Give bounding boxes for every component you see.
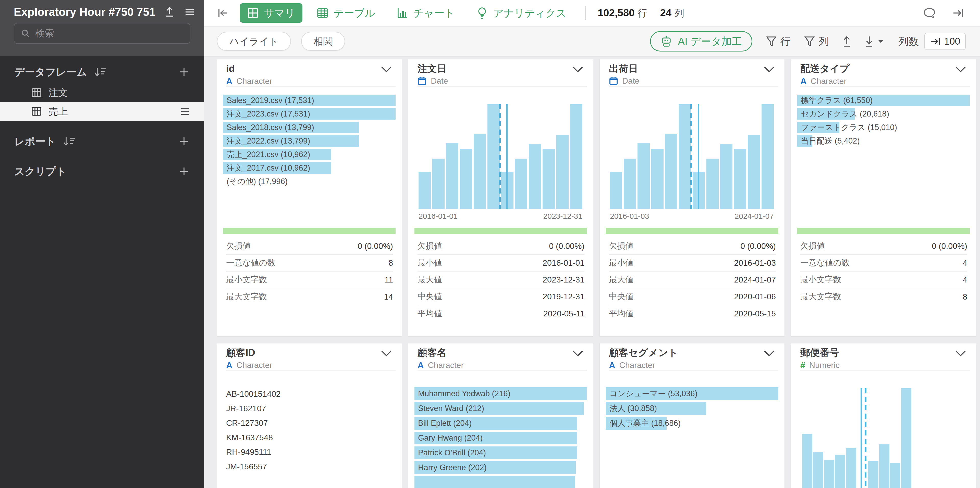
chevron-down-icon[interactable] <box>572 66 584 73</box>
category-label: Sales_2019.csv (17,531) <box>227 95 314 106</box>
histogram-bar <box>624 158 636 209</box>
chevron-down-icon[interactable] <box>381 66 392 73</box>
section-reports: レポート <box>0 134 204 149</box>
column-card: 注文日Date2016-01-012023-12-31欠損値0 (0.00%)最… <box>408 59 593 336</box>
chevron-down-icon[interactable] <box>572 350 584 357</box>
category-label: Patrick O'Brill (204) <box>418 447 486 459</box>
ai-data-wrangling-button[interactable]: AI データ加工 <box>650 31 752 52</box>
goto-column-icon <box>930 37 941 46</box>
axis-min-label: 2016-01-03 <box>610 212 649 220</box>
stat-row: 欠損値0 (0.00%) <box>800 238 967 255</box>
sidebar-item-dataframe[interactable]: 注文 <box>0 83 204 102</box>
column-number-input[interactable]: 100 <box>924 33 966 50</box>
column-card: 出荷日Date2016-01-032024-01-07欠損値0 (0.00%)最… <box>600 59 784 336</box>
stat-row: 最小値2016-01-03 <box>609 255 776 271</box>
histogram-axis: 2016-01-012023-12-31 <box>418 212 582 220</box>
add-report-button[interactable] <box>178 135 190 147</box>
collapse-right-icon[interactable] <box>952 7 965 19</box>
valid-distribution-bar <box>797 228 970 234</box>
axis-max-label: 2023-12-31 <box>543 212 582 220</box>
collapse-sidebar-icon[interactable] <box>217 7 229 19</box>
category-label: Harry Greene (202) <box>418 461 487 474</box>
axis-max-label: 2024-01-07 <box>735 212 774 220</box>
histogram-bar <box>835 455 845 488</box>
section-dataframes: データフレーム <box>0 64 204 79</box>
card-header: 注文日Date <box>417 59 587 87</box>
category-row: ファーストクラス (15,010) <box>797 122 970 133</box>
chevron-down-icon[interactable] <box>381 350 392 357</box>
tab-label: サマリ <box>264 6 295 20</box>
column-card: 顧客IDACharacterAB-100151402JR-162107CR-12… <box>217 344 402 488</box>
card-header: 顧客IDACharacter <box>226 344 396 371</box>
sort-icon[interactable] <box>62 136 76 147</box>
pill-button[interactable]: ハイライト <box>217 32 291 51</box>
column-type-label: Character <box>811 76 847 86</box>
histogram-bar <box>460 149 472 209</box>
value-list: AB-100151402JR-162107CR-127307KM-1637548… <box>226 387 393 474</box>
filter-rows-button[interactable]: 行 <box>765 35 791 48</box>
row-menu-icon[interactable] <box>180 106 191 116</box>
top-toolbar: サマリテーブルチャートアナリティクス 102,580行 24列 <box>204 0 980 27</box>
histogram-bar <box>487 104 500 209</box>
category-label: コンシューマー (53,036) <box>609 387 697 400</box>
stat-value: 2020-05-11 <box>543 309 584 318</box>
filter-columns-button[interactable]: 列 <box>804 35 829 48</box>
histogram-bar <box>610 172 622 209</box>
ai-robot-icon <box>660 35 672 47</box>
comment-icon[interactable] <box>923 7 936 19</box>
category-row: 売上_2021.csv (10,962) <box>223 149 396 160</box>
card-header: 郵便番号#Numeric <box>800 344 970 371</box>
histogram-bar <box>890 463 900 488</box>
stat-label: 欠損値 <box>226 241 251 252</box>
scroll-up-button[interactable] <box>842 35 851 47</box>
list-item: JM-156557 <box>226 459 393 474</box>
add-script-button[interactable] <box>178 165 190 177</box>
category-label: Gary Hwang (204) <box>418 432 483 444</box>
tab-chart[interactable]: チャート <box>390 3 462 23</box>
stat-row: 欠損値0 (0.00%) <box>226 238 393 255</box>
histogram-bar <box>542 149 555 209</box>
column-type: #Numeric <box>800 360 970 370</box>
column-title: 顧客名 <box>417 347 587 358</box>
stat-row: 最大値2023-12-31 <box>417 271 584 288</box>
stat-label: 最大文字数 <box>226 291 267 303</box>
summary-cards-grid: idACharacterSales_2019.csv (17,531)注文_20… <box>217 59 976 488</box>
stat-label: 最小文字数 <box>800 274 841 285</box>
tab-summary[interactable]: サマリ <box>240 3 302 23</box>
scroll-down-button[interactable] <box>865 35 884 47</box>
stat-value: 4 <box>963 258 967 268</box>
category-row: Bill Eplett (204) <box>414 417 587 429</box>
chevron-down-icon[interactable] <box>955 350 966 357</box>
column-title: 出荷日 <box>609 63 778 74</box>
histogram-axis: 2016-01-032024-01-07 <box>610 212 774 220</box>
chevron-down-icon[interactable] <box>955 66 966 73</box>
stat-label: 最大値 <box>609 274 633 285</box>
publish-icon[interactable] <box>164 6 175 17</box>
add-dataframe-button[interactable] <box>178 66 190 78</box>
tab-bulb[interactable]: アナリティクス <box>469 3 573 23</box>
section-label: スクリプト <box>14 165 67 179</box>
sidebar-item-dataframe[interactable]: 売上 <box>0 102 204 121</box>
category-row: Sales_2018.csv (13,799) <box>223 122 396 133</box>
column-card: idACharacterSales_2019.csv (17,531)注文_20… <box>217 59 402 336</box>
tab-table[interactable]: テーブル <box>310 3 382 23</box>
stat-row: 平均値2020-05-11 <box>417 305 584 322</box>
card-header: 出荷日Date <box>609 59 778 87</box>
section-scripts: スクリプト <box>0 164 204 179</box>
summary-toolbar: ハイライト相関 AI データ加工 行 列 列数 100 <box>204 27 980 57</box>
stat-row: 一意な値の数4 <box>800 255 967 271</box>
menu-icon[interactable] <box>184 6 195 17</box>
histogram-bar <box>515 158 527 209</box>
histogram-bar <box>665 134 677 209</box>
stat-value: 2024-01-07 <box>734 275 776 285</box>
chevron-down-icon[interactable] <box>764 350 775 357</box>
histogram-bar <box>762 104 774 209</box>
pill-button[interactable]: 相関 <box>301 32 345 51</box>
mean-line <box>698 104 699 209</box>
stat-value: 2020-01-06 <box>734 292 776 301</box>
search-input[interactable]: 検索 <box>14 23 190 44</box>
chevron-down-icon[interactable] <box>764 66 775 73</box>
category-row: コンシューマー (53,036) <box>606 387 778 400</box>
sort-icon[interactable] <box>94 66 107 78</box>
column-type-label: Character <box>619 361 655 370</box>
